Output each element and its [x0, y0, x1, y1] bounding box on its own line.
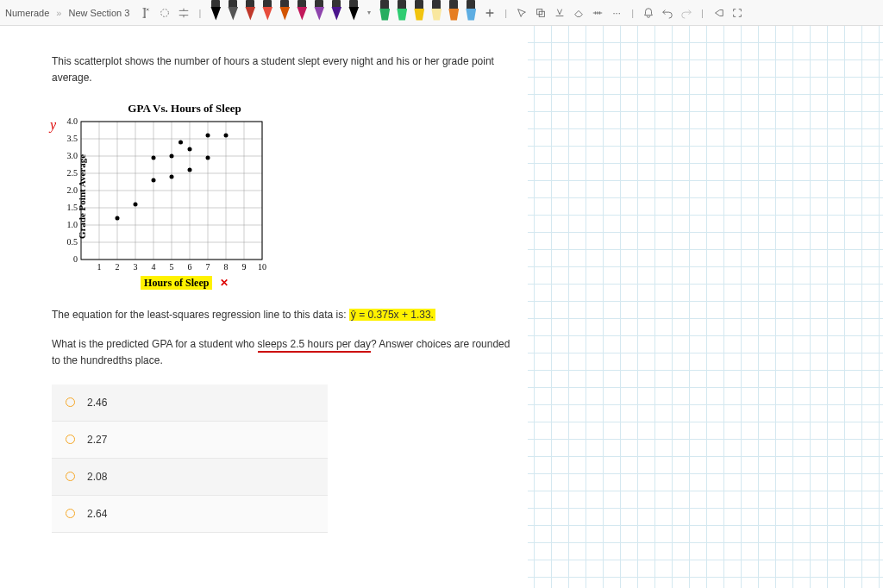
highlighter-tray: [377, 0, 479, 26]
svg-point-46: [170, 175, 174, 179]
svg-text:1: 1: [97, 262, 102, 272]
svg-text:5: 5: [170, 262, 174, 272]
pen-color-2[interactable]: [242, 0, 258, 26]
svg-point-45: [152, 156, 156, 160]
toolbar-sep-1: |: [198, 8, 201, 18]
radio-icon: [66, 472, 75, 481]
lasso-icon[interactable]: [157, 5, 172, 21]
equation-prefix: The equation for the least-squares regre…: [52, 309, 349, 321]
equation-highlight: ŷ = 0.375x + 1.33.: [349, 309, 435, 321]
toolbar: Numerade » New Section 3 | ▾ | ··· | |: [0, 0, 883, 26]
svg-text:3.5: 3.5: [67, 134, 78, 143]
pen-color-0[interactable]: [208, 0, 223, 26]
bell-icon[interactable]: [641, 5, 656, 21]
question-line: What is the predicted GPA for a student …: [52, 336, 510, 369]
svg-text:9: 9: [242, 262, 247, 272]
svg-point-50: [188, 147, 192, 152]
breadcrumb-section[interactable]: New Section 3: [68, 8, 129, 18]
answer-text: 2.08: [87, 471, 107, 483]
svg-text:4.0: 4.0: [67, 117, 78, 126]
x-axis-label: Hours of Sleep: [141, 276, 212, 290]
highlighter-color-1[interactable]: [394, 0, 410, 26]
answer-choice-0[interactable]: 2.46: [52, 385, 328, 422]
redo-icon[interactable]: [679, 5, 694, 21]
svg-point-53: [224, 134, 229, 138]
svg-point-43: [134, 203, 138, 207]
scatterplot: y GPA Vs. Hours of Sleep 1234567891000.5…: [55, 102, 297, 291]
pen-dropdown-caret[interactable]: ▾: [365, 9, 373, 16]
problem-intro: This scatterplot shows the number of hou…: [52, 53, 510, 86]
svg-text:7: 7: [206, 262, 210, 272]
pen-color-6[interactable]: [311, 0, 327, 26]
highlighter-color-3[interactable]: [429, 0, 444, 26]
answer-choice-1[interactable]: 2.27: [52, 422, 328, 459]
pen-color-4[interactable]: [277, 0, 292, 26]
shapes-icon[interactable]: [533, 5, 548, 21]
toolbar-sep-3: |: [631, 8, 634, 18]
svg-point-51: [206, 134, 210, 138]
svg-text:4: 4: [152, 262, 156, 272]
breadcrumb-app[interactable]: Numerade: [5, 8, 49, 18]
undo-icon[interactable]: [660, 5, 675, 21]
svg-point-44: [152, 178, 156, 183]
highlighter-color-5[interactable]: [463, 0, 479, 26]
more-icon[interactable]: ···: [609, 5, 624, 21]
answer-list: 2.462.272.082.64: [52, 385, 328, 533]
pen-color-3[interactable]: [260, 0, 275, 26]
chart-svg: 1234567891000.51.01.52.02.53.03.54.0: [55, 117, 279, 272]
question-prefix: What is the predicted GPA for a student …: [52, 338, 258, 350]
answer-text: 2.46: [87, 397, 107, 409]
svg-point-42: [116, 216, 120, 221]
highlighter-color-0[interactable]: [377, 0, 392, 26]
answer-choice-3[interactable]: 2.64: [52, 496, 328, 533]
svg-text:8: 8: [224, 262, 229, 272]
toolbar-sep-2: |: [504, 8, 507, 18]
text-cursor-icon[interactable]: [138, 5, 153, 21]
add-pen-icon[interactable]: [482, 5, 498, 21]
svg-point-0: [161, 9, 169, 16]
svg-point-49: [188, 168, 192, 172]
question-underlined: sleeps 2.5 hours per day: [258, 338, 371, 353]
select-icon[interactable]: [514, 5, 529, 21]
highlighter-color-4[interactable]: [446, 0, 461, 26]
ink-to-text-icon[interactable]: [552, 5, 567, 21]
radio-icon: [66, 435, 75, 444]
svg-point-47: [170, 154, 174, 159]
equation-line: The equation for the least-squares regre…: [52, 307, 510, 323]
add-space-icon[interactable]: [176, 5, 191, 21]
radio-icon: [66, 509, 75, 518]
svg-text:2: 2: [116, 262, 120, 272]
svg-text:0: 0: [73, 254, 78, 264]
radio-icon: [66, 397, 75, 407]
answer-text: 2.27: [87, 434, 107, 446]
fullscreen-icon[interactable]: [730, 5, 745, 21]
toolbar-sep-4: |: [701, 8, 704, 18]
answer-text: 2.64: [87, 508, 107, 520]
y-axis-label: Grade Point Average: [77, 154, 87, 239]
breadcrumb-sep: »: [56, 8, 61, 18]
answer-choice-2[interactable]: 2.08: [52, 459, 328, 496]
svg-text:6: 6: [188, 262, 192, 272]
svg-point-52: [206, 156, 210, 160]
chart-title: GPA Vs. Hours of Sleep: [72, 102, 297, 116]
document-page: This scatterplot shows the number of hou…: [0, 26, 528, 588]
pen-color-1[interactable]: [225, 0, 241, 26]
pen-color-5[interactable]: [294, 0, 310, 26]
pen-color-8[interactable]: [346, 0, 361, 26]
ruler-icon[interactable]: [590, 5, 605, 21]
eraser-icon[interactable]: [571, 5, 586, 21]
svg-point-48: [178, 141, 183, 145]
pen-color-7[interactable]: [329, 0, 344, 26]
svg-text:10: 10: [258, 262, 266, 272]
breadcrumb: Numerade » New Section 3: [5, 8, 129, 18]
annotation-y: y: [50, 117, 56, 133]
svg-text:3: 3: [134, 262, 138, 272]
pen-tray: [208, 0, 361, 26]
highlighter-color-2[interactable]: [411, 0, 427, 26]
annotation-x: ✕: [220, 277, 229, 289]
share-icon[interactable]: [711, 5, 726, 21]
